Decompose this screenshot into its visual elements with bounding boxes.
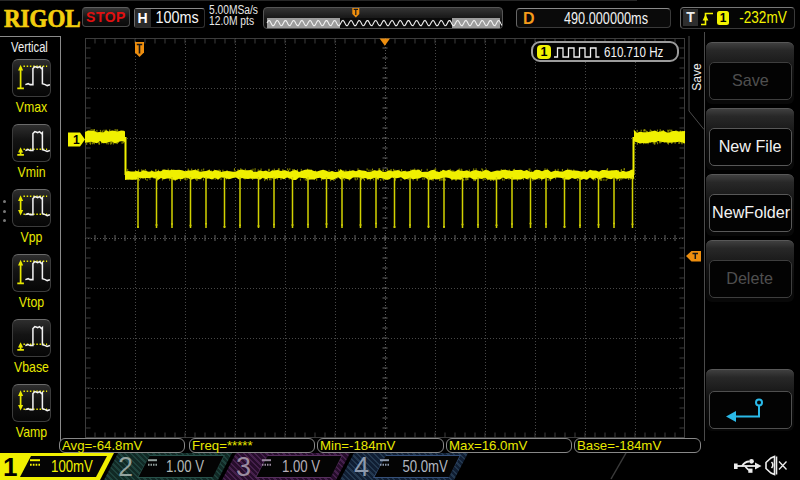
svg-text:1: 1 [73, 133, 80, 147]
